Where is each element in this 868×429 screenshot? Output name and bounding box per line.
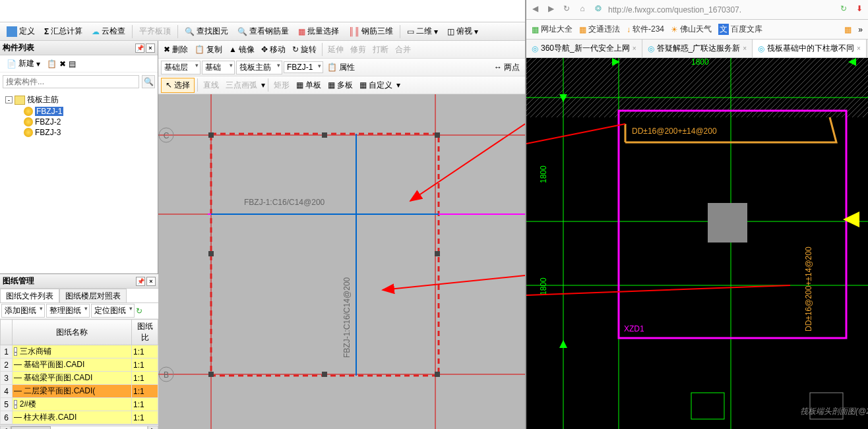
search-button[interactable]: 🔍 [142, 75, 155, 88]
delete-button[interactable]: ✖删除 [161, 43, 191, 57]
table-row[interactable]: 6— 柱大样表.CADI1:1 [1, 411, 158, 424]
select-button[interactable]: ↖选择 [161, 78, 195, 93]
svg-rect-14 [208, 372, 214, 377]
close-icon[interactable]: × [146, 277, 156, 286]
svg-rect-10 [322, 132, 327, 138]
svg-rect-11 [435, 132, 440, 138]
grid-icon[interactable]: ▦ [844, 25, 852, 34]
svg-rect-5 [211, 134, 439, 376]
rotate-button[interactable]: ↻旋转 [290, 43, 319, 57]
mirror-button[interactable]: ▲镜像 [226, 43, 257, 57]
folder-icon [15, 96, 25, 105]
subcategory-select[interactable]: 筏板主筋 [236, 61, 282, 74]
bookmark-all[interactable]: ▦网址大全 [532, 24, 573, 35]
collapse-icon[interactable]: - [5, 96, 13, 103]
rebar3d-button[interactable]: ║║钢筋三维 [344, 24, 397, 39]
table-row[interactable]: 4— 二层梁平面图.CADI(1:1 [1, 385, 158, 398]
item-select[interactable]: FBZJ-1 [284, 61, 323, 73]
tab-file-list[interactable]: 图纸文件列表 [0, 289, 59, 302]
browser-tab[interactable]: ◎筏板基础中的下柱墩不同× [753, 40, 867, 57]
twopoint-button[interactable]: ↔两点 [491, 61, 522, 74]
copy-icon[interactable]: 📋 [47, 59, 57, 69]
search-component-input[interactable] [3, 75, 139, 88]
delete-icon[interactable]: ✖ [59, 59, 66, 69]
tidy-drawing-button[interactable]: 整理图纸 [46, 304, 90, 318]
batch-button[interactable]: ▦批量选择 [294, 24, 343, 39]
level-select[interactable]: 基础层 [161, 61, 201, 74]
svg-text:FBZJ-1:C16/C14@200: FBZJ-1:C16/C14@200 [342, 277, 352, 358]
gear-icon [24, 128, 33, 137]
expand-icon[interactable]: » [858, 25, 863, 34]
table-row[interactable]: 1- 三水商铺1:1 [1, 345, 158, 358]
define-button[interactable]: 定义 [3, 24, 39, 39]
break-button: 打断 [370, 43, 391, 57]
svg-rect-43 [691, 393, 724, 419]
svg-line-41 [526, 285, 790, 295]
pin-icon[interactable]: 📌 [135, 43, 144, 53]
close-icon[interactable]: × [743, 45, 747, 52]
close-icon[interactable]: × [633, 45, 636, 52]
svg-text:1800: 1800 [539, 277, 548, 295]
table-row[interactable]: 3— 基础梁平面图.CADI1:1 [1, 372, 158, 385]
svg-rect-9 [208, 132, 214, 138]
add-drawing-button[interactable]: 添加图纸 [1, 304, 45, 318]
copy-button[interactable]: 📋复制 [192, 43, 225, 57]
gear-icon[interactable]: ❂ [592, 4, 604, 16]
svg-text:1800: 1800 [539, 165, 548, 183]
forward-icon[interactable]: ▶ [545, 4, 557, 16]
comp-panel-title: 构件列表 [3, 42, 34, 53]
rebar-button[interactable]: 🔍查看钢筋量 [233, 24, 293, 39]
new-button[interactable]: 📄新建▾ [3, 56, 44, 71]
sum-button[interactable]: Σ汇总计算 [40, 24, 86, 39]
multi-button[interactable]: ▦多板 [325, 78, 356, 92]
pin-icon[interactable]: 📌 [136, 277, 145, 286]
svg-rect-15 [322, 372, 327, 377]
find-button[interactable]: 🔍查找图元 [181, 24, 232, 39]
reload-icon[interactable]: ↻ [561, 4, 573, 16]
arc-button: 三点画弧 [223, 78, 260, 92]
refresh-icon[interactable]: ↻ [838, 4, 850, 16]
home-icon[interactable]: ⌂ [576, 4, 588, 16]
cad-viewport[interactable]: 1800 1800 1800 DD±16@200+±14@200 DD±16@2… [526, 58, 868, 429]
bookmark-baidu[interactable]: 文百度文库 [718, 24, 762, 35]
gear-icon [24, 107, 33, 116]
single-button[interactable]: ▦单板 [294, 78, 324, 92]
drawing-table[interactable]: 图纸名称图纸比 1- 三水商铺1:12— 基础平面图.CADI1:13— 基础梁… [0, 319, 158, 424]
url-bar[interactable]: http://e.fwxgx.com/question_1670307. [608, 5, 834, 14]
filter-icon[interactable]: ▤ [69, 59, 76, 69]
property-button[interactable]: 📋属性 [325, 61, 357, 74]
bookmark-traffic[interactable]: ▦交通违法 [579, 24, 620, 35]
close-icon[interactable]: × [857, 45, 861, 52]
svg-rect-33 [708, 203, 747, 243]
model-viewport[interactable]: C B FBZJ-1:C16/C14@200 FBZJ-1:C16/C14@20… [158, 94, 525, 429]
svg-text:DD±16@200+±14@200: DD±16@200+±14@200 [804, 246, 813, 331]
refresh-icon[interactable]: ↻ [136, 306, 142, 316]
dwg-panel-title: 图纸管理 [3, 275, 34, 287]
custom-button[interactable]: ▦自定义 [357, 78, 395, 92]
bookmark-soft[interactable]: ↓软件-234 [627, 24, 664, 35]
svg-rect-13 [435, 251, 440, 256]
stop-icon[interactable]: ⬇ [853, 4, 865, 16]
back-icon[interactable]: ◀ [529, 4, 541, 16]
bookmark-weather[interactable]: ☀佛山天气 [671, 24, 712, 35]
svg-rect-16 [435, 372, 440, 377]
horizontal-scrollbar[interactable]: ◄► [0, 424, 158, 429]
close-icon[interactable]: × [146, 43, 155, 53]
cloud-button[interactable]: ☁云检查 [88, 24, 129, 39]
rect-button: 矩形 [271, 78, 292, 92]
tab-floor-map[interactable]: 图纸楼层对照表 [59, 289, 127, 302]
browser-tab[interactable]: ◎360导航_新一代安全上网× [526, 40, 642, 57]
locate-drawing-button[interactable]: 定位图纸 [91, 304, 135, 318]
view2d-button[interactable]: ▭二维▾ [403, 24, 442, 39]
topview-button[interactable]: ◫俯视▾ [443, 24, 482, 39]
browser-tab[interactable]: ◎答疑解惑_广联达服务新× [642, 40, 753, 57]
move-button[interactable]: ✥移动 [259, 43, 288, 57]
svg-rect-25 [526, 58, 868, 117]
svg-line-40 [526, 124, 625, 144]
category-select[interactable]: 基础 [202, 61, 235, 74]
table-row[interactable]: 5- 2#楼1:1 [1, 398, 158, 411]
merge-button: 合并 [392, 43, 414, 57]
line-button: 直线 [201, 78, 222, 92]
table-row[interactable]: 2— 基础平面图.CADI1:1 [1, 358, 158, 372]
component-tree[interactable]: -筏板主筋 FBZJ-1 FBZJ-2 FBZJ-3 [0, 91, 158, 249]
